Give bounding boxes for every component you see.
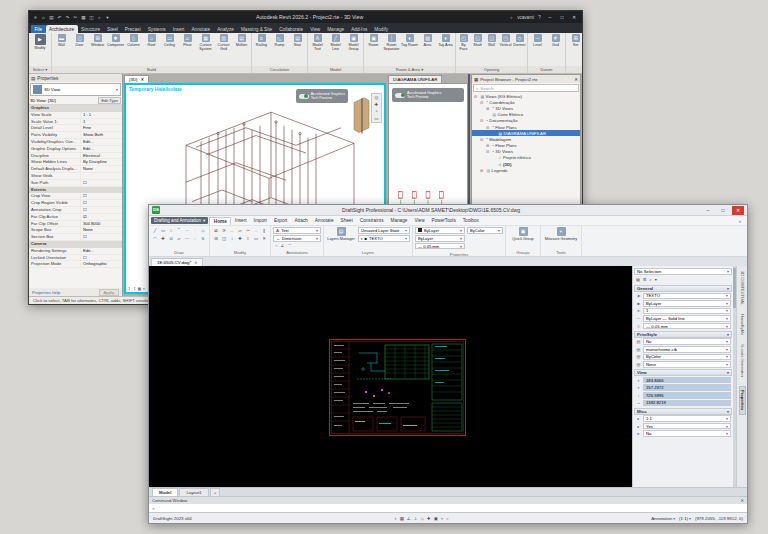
chevron-down-icon[interactable]: ▾ xyxy=(726,347,728,352)
status-toggle-icon[interactable]: ∠ xyxy=(407,516,411,521)
ribbon-button[interactable]: ▭Ceiling xyxy=(161,34,178,47)
expand-icon[interactable]: ⊟ xyxy=(486,149,491,154)
property-row[interactable]: Sun Path☐ xyxy=(29,180,122,187)
view-control-icon[interactable]: ◐ xyxy=(143,286,145,291)
ribbon-tab[interactable]: File xyxy=(31,25,46,33)
view-tab-diagrama[interactable]: DIAGRAMA UNIFILAR xyxy=(388,75,442,83)
property-row[interactable]: ▤No▾ xyxy=(634,338,732,346)
expand-icon[interactable]: ⊞ xyxy=(486,143,491,148)
layers-manager-button[interactable]: ▤ Layers Manager xyxy=(326,227,356,248)
side-tab[interactable]: HomeByMe xyxy=(740,314,745,335)
menu-tab[interactable]: View xyxy=(411,217,428,225)
print-style-dropdown[interactable]: ByColor ▾ xyxy=(467,227,503,234)
ribbon-tab[interactable]: Analyze xyxy=(214,25,238,33)
close-button[interactable]: ✕ xyxy=(732,206,744,215)
ribbon-button[interactable]: ◲Wall xyxy=(485,34,498,47)
property-row[interactable]: ⌖183.8466 xyxy=(634,376,732,384)
property-value[interactable]: Edit... xyxy=(81,139,122,145)
ribbon-tab[interactable]: Steel xyxy=(104,25,122,33)
line-color-dropdown[interactable]: ByLayer ▾ xyxy=(415,227,465,234)
navigation-icon[interactable]: ◎ xyxy=(373,95,380,100)
document-tab[interactable]: 1E.6505.CV.dwg* ✕ xyxy=(151,258,203,266)
expand-icon[interactable]: ⊟ xyxy=(474,94,479,99)
draw-tool-icon[interactable]: ▱ xyxy=(175,235,183,243)
draw-tool-icon[interactable]: ⋯ xyxy=(183,235,191,243)
ribbon-button[interactable]: ─Level xyxy=(529,34,546,47)
status-toggle-icon[interactable]: ▦ xyxy=(400,516,404,521)
ribbon-button[interactable]: ▤Mullion xyxy=(233,34,250,47)
ribbon-button[interactable]: ◺Ramp xyxy=(271,34,288,47)
menu-tab[interactable]: Home xyxy=(209,217,231,225)
status-toggle-icon[interactable]: ◇ xyxy=(421,516,424,521)
instance-dropdown[interactable]: 3D View: {3D} xyxy=(30,98,96,103)
menu-tab[interactable]: Sheet xyxy=(337,217,356,225)
chevron-down-icon[interactable]: ▾ xyxy=(726,416,728,421)
accelerated-graphics-toggle[interactable]: Accelerated GraphicsTech Preview xyxy=(392,88,464,102)
menu-tab[interactable]: Attach xyxy=(291,217,311,225)
ribbon-panel-label[interactable]: Modify xyxy=(210,249,270,256)
ribbon-button[interactable]: ◱Shaft xyxy=(471,34,484,47)
draw-tool-icon[interactable]: ◠ xyxy=(151,235,159,243)
status-toggle-icon[interactable]: ▣ xyxy=(434,516,438,521)
ribbon-tab[interactable]: Modify xyxy=(371,25,392,33)
layout-tab[interactable]: Layout1 xyxy=(179,488,208,496)
section-header-extents[interactable]: Extents xyxy=(29,187,122,194)
navigation-icon[interactable]: ⌖ xyxy=(373,109,380,114)
line-weight-dropdown[interactable]: — 0.05 mm ▾ xyxy=(415,243,465,250)
collapse-icon[interactable]: ▾ xyxy=(727,286,729,291)
search-icon[interactable]: ⌕ xyxy=(508,15,515,20)
chevron-down-icon[interactable]: ▾ xyxy=(726,424,728,429)
palette-tool-icon[interactable]: ▤ xyxy=(636,277,640,282)
ribbon-button[interactable]: AModel Text xyxy=(309,34,326,51)
quick-access-icon[interactable]: ▾ xyxy=(104,15,111,20)
modify-tool-icon[interactable]: ◫ xyxy=(220,235,228,243)
view-scale-dropdown[interactable]: (1:1) ▾ xyxy=(679,516,691,521)
chevron-down-icon[interactable]: ▾ xyxy=(726,301,728,306)
property-value[interactable]: Orthographic xyxy=(81,261,122,267)
property-value[interactable]: 304.8000 xyxy=(81,221,122,227)
ribbon-button[interactable]: ▶Modify xyxy=(30,34,50,50)
property-row[interactable]: DisciplineElectrical xyxy=(29,153,122,160)
modify-tool-icon[interactable]: ✚ xyxy=(236,235,244,243)
dimension-tool-button[interactable]: ↔ Dimension ▾ xyxy=(273,235,321,242)
section-header-misc[interactable]: Misc ▾ xyxy=(634,408,732,415)
ribbon-panel-label[interactable]: Circulation xyxy=(252,66,307,73)
view-control-icon[interactable]: ▦ xyxy=(138,286,142,291)
property-value[interactable]: 1 xyxy=(81,119,122,125)
quick-access-icon[interactable]: ↶ xyxy=(56,15,63,20)
property-value[interactable]: None xyxy=(81,166,122,172)
chevron-down-icon[interactable]: ▾ xyxy=(726,431,728,436)
drawing-canvas[interactable] xyxy=(149,266,632,487)
property-row[interactable]: Crop View☐ xyxy=(29,193,122,200)
ribbon-button[interactable]: ▬Wall xyxy=(53,34,70,47)
expand-icon[interactable]: ⊟ xyxy=(480,100,485,105)
quick-group-button[interactable]: ▣ Quick Group xyxy=(508,227,538,241)
property-value[interactable]: Electrical xyxy=(81,153,122,159)
quick-access-icon[interactable]: ✂ xyxy=(72,15,79,20)
chevron-down-icon[interactable]: ▾ xyxy=(726,354,728,359)
command-input[interactable]: > xyxy=(149,504,747,512)
ribbon-button[interactable]: ❖Component xyxy=(107,34,124,47)
status-toggle-icon[interactable]: ⊥ xyxy=(414,516,418,521)
ribbon-search-icon[interactable]: ⌕ xyxy=(735,218,745,225)
property-row[interactable]: Detail LevelFine xyxy=(29,125,122,132)
draw-tool-icon[interactable]: · xyxy=(191,227,199,235)
menu-tab[interactable]: Insert xyxy=(231,217,250,225)
collapse-icon[interactable]: ▾ xyxy=(727,409,729,414)
ribbon-button[interactable]: ▥Curtain Grid xyxy=(215,34,232,51)
ribbon-button[interactable]: ♦Tag Room xyxy=(401,34,418,47)
property-row[interactable]: ∗1▾ xyxy=(634,307,732,315)
ribbon-button[interactable]: ▯Column xyxy=(125,34,142,47)
modify-tool-icon[interactable]: ∥ xyxy=(260,227,268,235)
maximize-button[interactable]: □ xyxy=(717,206,729,215)
modify-tool-icon[interactable]: ↔ xyxy=(228,227,236,235)
ribbon-panel-label[interactable]: Tools xyxy=(541,249,581,256)
ribbon-button[interactable]: ▣Model Group xyxy=(345,34,362,51)
close-view-icon[interactable]: ✕ xyxy=(141,77,145,82)
property-value[interactable]: ☑ xyxy=(81,214,122,220)
edit-type-button[interactable]: Edit Type xyxy=(98,97,121,104)
property-value[interactable]: By Discipline xyxy=(81,159,122,165)
property-row[interactable]: ↔1392.8219 xyxy=(634,399,732,407)
close-icon[interactable]: ✕ xyxy=(574,77,578,82)
ribbon-button[interactable]: ▣Room xyxy=(365,34,382,47)
